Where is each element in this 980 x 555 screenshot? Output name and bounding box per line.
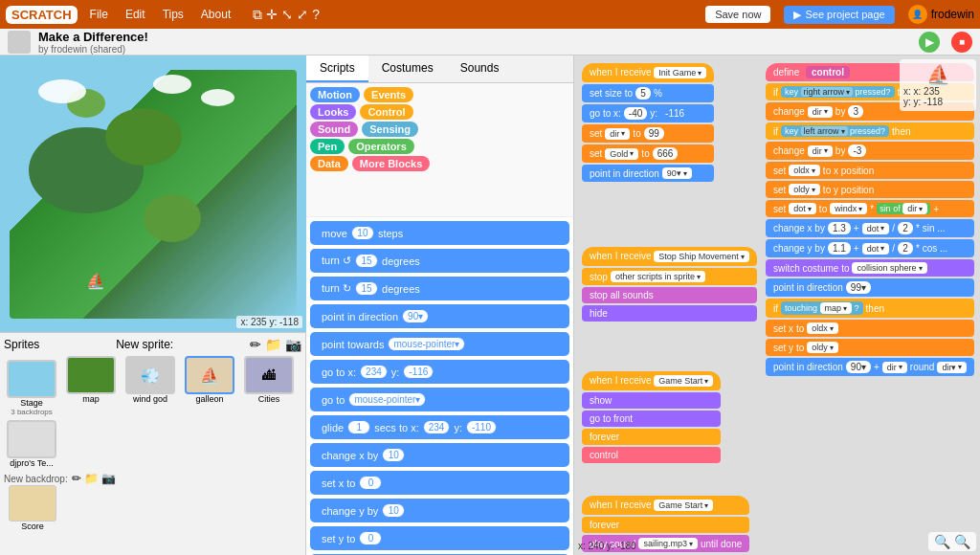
grow-icon[interactable]: ⤢: [297, 7, 308, 23]
block-point-dir-99[interactable]: point in direction 99▾: [766, 278, 974, 297]
hat-stop-ship[interactable]: when I receive Stop Ship Movement: [582, 247, 757, 266]
block-set-oldy[interactable]: set oldy to y position: [766, 181, 974, 198]
stage-canvas[interactable]: ⛵: [0, 56, 306, 332]
block-show[interactable]: show: [582, 392, 721, 409]
block-if-touching[interactable]: if touching map ? then: [766, 299, 974, 318]
upload-sprite-icon[interactable]: 📁: [265, 337, 281, 352]
block-set-x-oldx[interactable]: set x to oldx: [766, 320, 974, 337]
sprites-header: Sprites New sprite: ✏ 📁 📷: [4, 337, 301, 352]
cat-row-4: Pen Operators: [310, 139, 569, 154]
galleon-thumb: ⛵: [185, 356, 234, 394]
username[interactable]: frodewin: [931, 8, 974, 21]
block-point-dir-init[interactable]: point in direction 90▾: [582, 165, 714, 182]
block-change-x-dot[interactable]: change x by 1.3 + dot / 2 * sin ...: [766, 219, 974, 237]
cat-looks[interactable]: Looks: [310, 104, 356, 120]
block-set-x[interactable]: set x to 0: [310, 471, 569, 495]
hat-game-start-2[interactable]: when I receive Game Start: [582, 496, 749, 515]
scratch-logo[interactable]: SCRATCH: [6, 6, 78, 24]
cat-sound[interactable]: Sound: [310, 122, 358, 137]
about-menu[interactable]: About: [196, 6, 235, 23]
cat-motion[interactable]: Motion: [310, 87, 360, 102]
see-project-button[interactable]: ▶ See project page: [784, 6, 894, 24]
sprite-item-djpro[interactable]: djpro's Te...: [4, 420, 59, 468]
zoom-out-icon[interactable]: 🔍: [934, 534, 950, 549]
tab-costumes[interactable]: Costumes: [368, 56, 447, 82]
stage-map: ⛵: [10, 70, 297, 319]
block-forever-2[interactable]: forever: [582, 517, 749, 533]
tab-sounds[interactable]: Sounds: [447, 56, 513, 82]
block-turn-right[interactable]: turn ↻ 15 degrees: [310, 277, 569, 300]
sprite-item-galleon[interactable]: ⛵ galleon: [182, 356, 237, 416]
djpro-name: djpro's Te...: [10, 458, 54, 468]
camera-sprite-icon[interactable]: 📷: [285, 337, 301, 352]
project-name[interactable]: Make a Difference!: [38, 30, 148, 44]
hat-init-game[interactable]: when I receive Init Game: [582, 63, 714, 82]
cat-pen[interactable]: Pen: [310, 139, 345, 154]
block-go-front[interactable]: go to front: [582, 411, 721, 427]
cat-moreblocks[interactable]: More Blocks: [352, 156, 430, 171]
block-forever-1[interactable]: forever: [582, 429, 721, 445]
block-glide[interactable]: glide 1 secs to x: 234 y: -110: [310, 415, 569, 439]
block-set-dir[interactable]: set dir to 99: [582, 124, 714, 143]
block-goto-xy-init[interactable]: go to x: -40 y: -116: [582, 104, 714, 122]
djpro-thumb: [7, 420, 56, 458]
hat-game-start-1[interactable]: when I receive Game Start: [582, 371, 721, 390]
block-switch-costume[interactable]: switch costume to collision sphere: [766, 259, 974, 277]
backdrop-item[interactable]: Score: [4, 485, 61, 531]
paint-sprite-icon[interactable]: ✏: [250, 337, 261, 352]
block-move[interactable]: move 10 steps: [310, 221, 569, 245]
green-flag-button[interactable]: ▶: [919, 32, 940, 53]
upload-backdrop-icon[interactable]: 📁: [84, 472, 99, 485]
block-change-dir-left[interactable]: change dir by -3: [766, 142, 974, 160]
sprite-item-cities[interactable]: 🏙 Cities: [241, 356, 297, 416]
sprite-item-map[interactable]: map: [63, 356, 119, 416]
shrink-icon[interactable]: ⤡: [281, 7, 293, 23]
cat-sensing[interactable]: Sensing: [362, 122, 418, 137]
block-set-oldx[interactable]: set oldx to x position: [766, 162, 974, 179]
block-stop-other[interactable]: stop other scripts in sprite: [582, 268, 757, 285]
block-set-y[interactable]: set y to 0: [310, 526, 569, 550]
duplicate-icon[interactable]: ⧉: [253, 7, 262, 23]
script-stack-stop: when I receive Stop Ship Movement stop o…: [582, 247, 757, 322]
block-set-dot[interactable]: set dot to windx * sin of dir +: [766, 200, 974, 217]
file-menu[interactable]: File: [85, 6, 113, 23]
block-set-y-oldy[interactable]: set y to oldy: [766, 339, 974, 356]
sprite-item-stage[interactable]: Stage 3 backdrops: [4, 360, 59, 416]
cat-operators[interactable]: Operators: [348, 139, 414, 154]
cat-data[interactable]: Data: [310, 156, 348, 171]
tabs-row: Scripts Costumes Sounds: [306, 56, 573, 83]
cat-control[interactable]: Control: [360, 104, 412, 120]
block-change-x[interactable]: change x by 10: [310, 443, 569, 467]
save-button[interactable]: Save now: [705, 6, 770, 23]
cat-events[interactable]: Events: [364, 87, 413, 102]
block-point-dir-final[interactable]: point in direction 90▾ + dir round dir▾: [766, 358, 974, 376]
paint-backdrop-icon[interactable]: ✏: [72, 472, 81, 485]
tips-menu[interactable]: Tips: [158, 6, 189, 23]
block-if-left[interactable]: if key left arrow pressed? then: [766, 122, 974, 140]
edit-menu[interactable]: Edit: [121, 6, 150, 23]
tab-scripts[interactable]: Scripts: [306, 56, 368, 82]
block-change-y[interactable]: change y by 10: [310, 499, 569, 522]
help-icon[interactable]: ?: [312, 7, 320, 23]
stop-button[interactable]: ■: [951, 32, 972, 53]
block-control[interactable]: control: [582, 447, 721, 463]
script-canvas[interactable]: when I receive Init Game set size to 5 %…: [574, 56, 980, 555]
block-point-dir[interactable]: point in direction 90▾: [310, 304, 569, 328]
cross-icon[interactable]: ✛: [266, 7, 278, 23]
block-turn-left[interactable]: turn ↺ 15 degrees: [310, 249, 569, 273]
map-name: map: [82, 394, 100, 404]
block-set-size[interactable]: set size to 5 %: [582, 84, 714, 102]
block-goto[interactable]: go to mouse-pointer▾: [310, 388, 569, 411]
backdrop-thumb: [9, 485, 56, 522]
camera-backdrop-icon[interactable]: 📷: [101, 472, 116, 485]
block-stop-sounds[interactable]: stop all sounds: [582, 287, 757, 303]
block-set-gold[interactable]: set Gold to 666: [582, 144, 714, 163]
sprite-item-windgod[interactable]: 💨 wind god: [122, 356, 178, 416]
block-point-towards[interactable]: point towards mouse-pointer▾: [310, 332, 569, 356]
user-avatar[interactable]: 👤: [908, 5, 927, 24]
zoom-in-icon[interactable]: 🔍: [954, 534, 970, 549]
block-change-y-dot[interactable]: change y by 1.1 + dot / 2 * cos ...: [766, 239, 974, 257]
block-goto-xy[interactable]: go to x: 234 y: -116: [310, 360, 569, 384]
block-hide[interactable]: hide: [582, 305, 757, 322]
new-backdrop-row: New backdrop: ✏ 📁 📷: [4, 472, 301, 485]
